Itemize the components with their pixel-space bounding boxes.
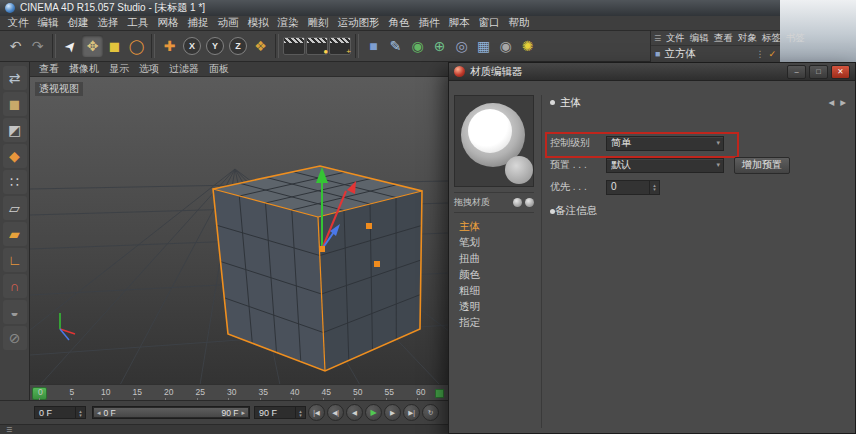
rotate-tool-icon[interactable]: ◯ xyxy=(126,35,147,57)
channel-item[interactable]: 主体 xyxy=(454,219,534,235)
spin-down-icon[interactable]: ▾ xyxy=(653,187,656,191)
material-preview[interactable] xyxy=(454,95,534,187)
scale-tool-icon[interactable]: ◼ xyxy=(104,35,125,57)
preview-size-small-icon[interactable] xyxy=(513,198,522,207)
snap-icon[interactable]: ∩ xyxy=(3,274,27,298)
menubar-item[interactable]: 工具 xyxy=(123,16,153,30)
spline-pen-icon[interactable]: ✎ xyxy=(385,35,406,57)
object-manager-menu-item[interactable]: 文件 xyxy=(663,32,687,45)
preview-range-slider[interactable]: ◂ 0 F 90 F ▸ xyxy=(92,406,250,419)
range-end-marker[interactable] xyxy=(435,389,444,398)
cube-primitive-icon[interactable]: ■ xyxy=(363,35,384,57)
object-manager-menu-item[interactable]: 对象 xyxy=(735,32,759,45)
play-button[interactable]: ▶ xyxy=(365,404,382,421)
menubar-item[interactable]: 选择 xyxy=(93,16,123,30)
live-selection-icon[interactable]: ➤ xyxy=(55,31,85,61)
render-queue-icon[interactable]: + xyxy=(329,37,351,55)
channel-item[interactable]: 透明 xyxy=(454,299,534,315)
timeline-ruler[interactable]: 051015202530354045505560 xyxy=(30,384,448,400)
viewport-menu-item[interactable]: 显示 xyxy=(104,62,134,76)
move-tool-icon[interactable]: ✥ xyxy=(82,35,103,57)
menubar-item[interactable]: 模拟 xyxy=(243,16,273,30)
menubar-item[interactable]: 网格 xyxy=(153,16,183,30)
spin-down-icon[interactable]: ▾ xyxy=(299,413,302,417)
object-manager-menu-item[interactable]: 查看 xyxy=(711,32,735,45)
z-axis-lock-icon[interactable]: Z xyxy=(229,37,247,55)
mograph-icon[interactable]: ⊕ xyxy=(429,35,450,57)
control-level-dropdown[interactable]: 简单 ▾ xyxy=(606,136,724,151)
viewport-label[interactable]: 透视视图 xyxy=(35,82,83,96)
point-mode-icon[interactable]: ∷ xyxy=(3,170,27,194)
object-manager-menu-item[interactable]: 书签 xyxy=(783,32,807,45)
nav-prev-icon[interactable]: ◀ xyxy=(828,98,834,107)
material-editor-titlebar[interactable]: 材质编辑器 – □ ✕ xyxy=(449,63,855,81)
viewport-solo-icon[interactable]: ◒ xyxy=(3,300,27,324)
menubar-item[interactable]: 帮助 xyxy=(504,16,534,30)
menubar-item[interactable]: 运动图形 xyxy=(333,16,384,30)
undo-icon[interactable]: ↶ xyxy=(5,35,26,57)
redo-icon[interactable]: ↷ xyxy=(27,35,48,57)
menubar-item[interactable]: 捕捉 xyxy=(183,16,213,30)
viewport[interactable]: 查看摄像机显示选项过滤器面板 xyxy=(30,62,448,384)
maximize-button[interactable]: □ xyxy=(809,65,828,79)
next-frame-button[interactable]: ▶ xyxy=(384,404,401,421)
coordinate-system-icon[interactable]: ❖ xyxy=(250,35,271,57)
menubar-item[interactable]: 插件 xyxy=(414,16,444,30)
object-manager-menu-item[interactable]: 标签 xyxy=(759,32,783,45)
render-view-icon[interactable] xyxy=(283,37,305,55)
visibility-dots-icon[interactable]: ⋮ xyxy=(755,49,764,59)
y-axis-lock-icon[interactable]: Y xyxy=(206,37,224,55)
polygon-mode-icon[interactable]: ▰ xyxy=(3,222,27,246)
spin-down-icon[interactable]: ▾ xyxy=(79,413,82,417)
viewport-menu-item[interactable]: 摄像机 xyxy=(64,62,104,76)
strip-menu-icon[interactable]: ☰ xyxy=(6,426,12,434)
titlebar[interactable]: CINEMA 4D R15.057 Studio - [未标题 1 *] xyxy=(0,0,780,16)
close-button[interactable]: ✕ xyxy=(831,65,850,79)
model-mode-icon[interactable]: ◼ xyxy=(3,92,27,116)
preview-size-large-icon[interactable] xyxy=(525,198,534,207)
menubar-item[interactable]: 创建 xyxy=(63,16,93,30)
panel-menu-icon[interactable]: ☰ xyxy=(652,34,663,43)
viewport-canvas[interactable]: 透视视图 xyxy=(30,77,448,385)
workplane-mode-icon[interactable]: ◆ xyxy=(3,144,27,168)
minimize-button[interactable]: – xyxy=(787,65,806,79)
floor-icon[interactable]: ▦ xyxy=(473,35,494,57)
viewport-menu-item[interactable]: 过滤器 xyxy=(164,62,204,76)
object-name[interactable]: 立方体 xyxy=(664,47,696,61)
viewport-menu-item[interactable]: 选项 xyxy=(134,62,164,76)
goto-end-button[interactable]: ▶| xyxy=(403,404,420,421)
preset-dropdown[interactable]: 默认 ▾ xyxy=(606,158,724,173)
previous-frame-button[interactable]: ◀ xyxy=(346,404,363,421)
deformer-icon[interactable]: ◎ xyxy=(451,35,472,57)
goto-start-button[interactable]: |◀ xyxy=(308,404,325,421)
light-icon[interactable]: ✺ xyxy=(517,35,538,57)
enabled-check-icon[interactable]: ✓ xyxy=(768,49,776,59)
viewport-menu-item[interactable]: 查看 xyxy=(34,62,64,76)
end-frame-input[interactable]: 90 F ▴ ▾ xyxy=(254,406,306,419)
texture-mode-icon[interactable]: ◩ xyxy=(3,118,27,142)
lock-icon[interactable]: ⊘ xyxy=(3,326,27,350)
loop-button[interactable]: ↻ xyxy=(422,404,439,421)
start-frame-input[interactable]: 0 F ▴ ▾ xyxy=(34,406,86,419)
camera-icon[interactable]: ◉ xyxy=(495,35,516,57)
preview-range-bar[interactable]: ◂ 0 F 90 F ▸ xyxy=(94,408,248,417)
menubar-item[interactable]: 雕刻 xyxy=(303,16,333,30)
menubar-item[interactable]: 渲染 xyxy=(273,16,303,30)
channel-item[interactable]: 指定 xyxy=(454,315,534,331)
axis-mode-icon[interactable]: ∟ xyxy=(3,248,27,272)
menubar-item[interactable]: 文件 xyxy=(3,16,33,30)
previous-key-button[interactable]: ◀| xyxy=(327,404,344,421)
object-manager-menu-item[interactable]: 编辑 xyxy=(687,32,711,45)
priority-spinner[interactable]: 0 ▴ ▾ xyxy=(606,180,660,195)
x-axis-lock-icon[interactable]: X xyxy=(183,37,201,55)
add-preset-button[interactable]: 增加预置 xyxy=(734,157,790,174)
range-left-handle[interactable]: ◂ xyxy=(97,409,101,417)
subdivision-surface-icon[interactable]: ◉ xyxy=(407,35,428,57)
channel-item[interactable]: 笔划 xyxy=(454,235,534,251)
last-command-icon[interactable]: ✚ xyxy=(159,35,180,57)
menubar-item[interactable]: 动画 xyxy=(213,16,243,30)
start-frame-stepper[interactable]: ▴ ▾ xyxy=(75,407,85,418)
range-right-handle[interactable]: ▸ xyxy=(241,409,245,417)
menubar-item[interactable]: 编辑 xyxy=(33,16,63,30)
menubar-item[interactable]: 角色 xyxy=(384,16,414,30)
